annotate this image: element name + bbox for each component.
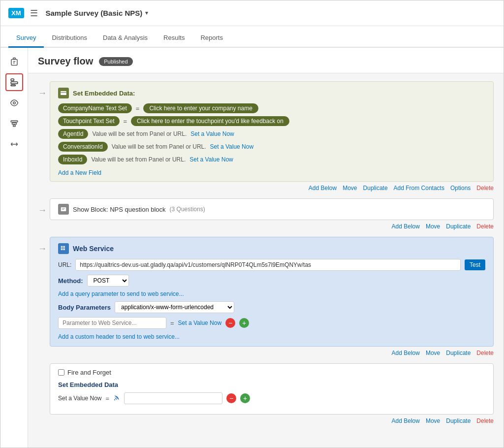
add-set-value-button[interactable]: +	[240, 393, 250, 403]
body-params-label: Body Parameters	[58, 304, 111, 311]
survey-title[interactable]: Sample Survey (Basic NPS) ▾	[46, 9, 149, 17]
set-value-row: Set a Value Now = − +	[58, 392, 485, 404]
param-set-value[interactable]: Set a Value Now	[178, 320, 222, 326]
nps-icon	[58, 204, 69, 215]
field-row-inboxid: InboxId Value will be set from Panel or …	[58, 155, 485, 164]
tab-results[interactable]: Results	[156, 29, 192, 48]
fire-forget-checkbox-label[interactable]: Fire and Forget	[58, 369, 111, 376]
embedded-data-wrapper: → Set Embedded Data: CompanyNa	[38, 81, 494, 198]
svg-rect-4	[11, 79, 14, 81]
flow-icon[interactable]	[5, 73, 23, 91]
ff-add-below[interactable]: Add Below	[392, 417, 420, 424]
add-param-button[interactable]: +	[239, 318, 249, 328]
embedded-data-block: Set Embedded Data: CompanyName Text Set …	[50, 81, 494, 192]
nav-tabs: Survey Distributions Data & Analysis Res…	[0, 26, 504, 48]
tab-survey[interactable]: Survey	[8, 29, 44, 48]
nps-add-below[interactable]: Add Below	[392, 223, 420, 230]
touchpoint-value[interactable]: Click here to enter the touchpoint you'd…	[131, 116, 289, 126]
ws-delete[interactable]: Delete	[476, 350, 494, 356]
field-row-touchpoint: Touchpoint Text Set = Click here to ente…	[58, 116, 485, 126]
page-header: Survey flow Published	[28, 48, 504, 73]
svg-rect-9	[12, 123, 16, 125]
body-params-row: Body Parameters application/x-www-form-u…	[58, 301, 485, 313]
method-label: Method:	[58, 277, 83, 285]
nps-duplicate[interactable]: Duplicate	[446, 223, 471, 230]
fire-forget-checkbox[interactable]	[58, 369, 64, 376]
nps-count: (3 Questions)	[170, 206, 205, 213]
svg-rect-11	[61, 91, 66, 95]
custom-header-link[interactable]: Add a custom header to send to web servi…	[58, 333, 180, 340]
body-params-select[interactable]: application/x-www-form-urlencoded applic…	[115, 301, 234, 313]
embedded-move[interactable]: Move	[343, 185, 357, 192]
set-value-input[interactable]	[124, 392, 222, 404]
ws-duplicate[interactable]: Duplicate	[446, 350, 471, 356]
nps-delete[interactable]: Delete	[476, 223, 494, 230]
set-embedded-title: Set Embedded Data	[58, 381, 485, 388]
remove-param-button[interactable]: −	[225, 318, 235, 328]
url-input[interactable]	[75, 259, 461, 271]
conversationid-tag[interactable]: ConversationId	[58, 142, 108, 152]
embedded-duplicate[interactable]: Duplicate	[363, 185, 388, 192]
ws-move[interactable]: Move	[426, 350, 440, 356]
flow-content: → Set Embedded Data: CompanyNa	[28, 73, 504, 439]
method-select[interactable]: POST GET PUT DELETE PATCH	[87, 275, 129, 287]
hamburger-menu[interactable]: ☰	[30, 8, 38, 19]
param-input[interactable]	[58, 317, 166, 329]
web-service-block: Web Service URL: Test Method: POST	[50, 237, 494, 357]
svg-rect-6	[11, 85, 15, 86]
field-row-agentid: AgentId Value will be set from Panel or …	[58, 129, 485, 139]
ff-delete[interactable]: Delete	[476, 417, 494, 424]
ff-move[interactable]: Move	[426, 417, 440, 424]
embedded-data-actions: Add Below Move Duplicate Add From Contac…	[50, 182, 494, 192]
svg-rect-13	[61, 207, 66, 211]
ws-icon	[58, 243, 69, 254]
agentid-set-value[interactable]: Set a Value Now	[190, 130, 234, 137]
rss-icon	[113, 394, 120, 403]
ws-actions: Add Below Move Duplicate Delete	[50, 347, 494, 357]
embedded-add-below[interactable]: Add Below	[309, 185, 337, 192]
page-title: Survey flow	[38, 56, 93, 67]
flow-arrow-1: →	[38, 81, 50, 98]
nps-actions: Add Below Move Duplicate Delete	[50, 220, 494, 231]
url-label: URL:	[58, 261, 71, 268]
fire-forget-block: Fire and Forget Set Embedded Data Set a …	[50, 363, 494, 425]
svg-rect-5	[11, 82, 18, 84]
translate-icon[interactable]	[5, 135, 23, 153]
flow-arrow-2: →	[38, 198, 50, 216]
svg-rect-8	[11, 121, 18, 122]
published-badge: Published	[99, 57, 132, 66]
set-value-label: Set a Value Now	[58, 395, 102, 402]
filter-icon[interactable]	[5, 115, 23, 132]
survey-title-caret: ▾	[145, 10, 148, 16]
embedded-delete[interactable]: Delete	[476, 185, 494, 192]
nps-move[interactable]: Move	[426, 223, 440, 230]
conversationid-set-value[interactable]: Set a Value Now	[210, 143, 254, 150]
tab-distributions[interactable]: Distributions	[44, 29, 95, 48]
clipboard-icon[interactable]	[5, 53, 23, 70]
flow-arrow-3: →	[38, 237, 50, 254]
inboxid-tag[interactable]: InboxId	[58, 155, 87, 164]
ws-add-below[interactable]: Add Below	[392, 350, 420, 356]
touchpoint-tag[interactable]: Touchpoint Text Set	[58, 116, 120, 126]
tab-reports[interactable]: Reports	[192, 29, 231, 48]
svg-rect-10	[13, 125, 15, 127]
field-row-conversationid: ConversationId Value will be set from Pa…	[58, 142, 485, 152]
embedded-options[interactable]: Options	[450, 185, 471, 192]
add-field-link[interactable]: Add a New Field	[58, 169, 101, 176]
query-link[interactable]: Add a query parameter to send to web ser…	[58, 290, 485, 297]
ff-duplicate[interactable]: Duplicate	[446, 417, 471, 424]
remove-set-value-button[interactable]: −	[226, 393, 236, 403]
inboxid-set-value[interactable]: Set a Value Now	[189, 156, 233, 163]
nps-title: Show Block: NPS question block	[73, 206, 166, 213]
nps-block: Show Block: NPS question block (3 Questi…	[50, 198, 494, 231]
svg-point-7	[13, 102, 15, 104]
sidebar	[0, 48, 28, 448]
test-button[interactable]: Test	[465, 259, 485, 270]
companyname-value[interactable]: Click here to enter your company name	[143, 103, 258, 113]
paint-icon[interactable]	[5, 94, 23, 112]
embedded-add-from-contacts[interactable]: Add From Contacts	[394, 185, 444, 192]
companyname-tag[interactable]: CompanyName Text Set	[58, 103, 132, 113]
agentid-tag[interactable]: AgentId	[58, 129, 88, 139]
tab-data-analysis[interactable]: Data & Analysis	[95, 29, 156, 48]
field-row-companyname: CompanyName Text Set = Click here to ent…	[58, 103, 485, 113]
